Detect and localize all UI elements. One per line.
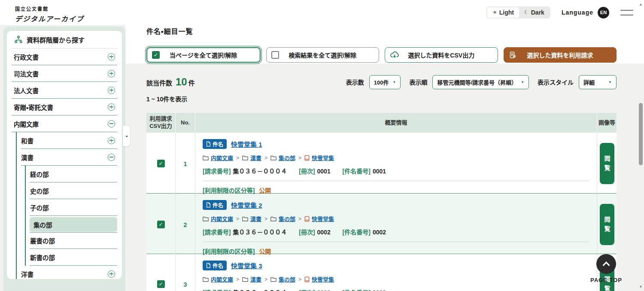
expand-plus-icon[interactable] [108, 53, 115, 61]
breadcrumb-link[interactable]: 漢書 [250, 275, 261, 283]
collapse-arrow-icon: ◂ [125, 134, 128, 138]
row-checkbox-checked[interactable]: ✓ [157, 160, 165, 167]
item-title-link[interactable]: 快雪堂集 2 [231, 200, 262, 209]
select-results-button[interactable]: 検索結果を全て選択/解除 [266, 47, 380, 63]
item-title-link[interactable]: 快雪堂集 1 [231, 139, 262, 149]
per-page-select[interactable]: 100件 ▼ [369, 75, 401, 89]
view-button[interactable]: 閲覧 [600, 204, 614, 245]
sidebar-item-kizou[interactable]: 寄贈・寄託文書 [12, 99, 117, 115]
table-header-row: 利用請求 CSV出力 No. 概要情報 画像等 [146, 113, 617, 133]
style-label: 表示スタイル [538, 78, 574, 86]
collapse-minus-icon[interactable] [108, 120, 115, 127]
sidebar-item-houjin[interactable]: 法人文書 [12, 82, 117, 99]
breadcrumb-link[interactable]: 集の部 [279, 215, 295, 223]
scrollbar[interactable]: ▲ ▼ [638, 0, 644, 291]
folder-icon [242, 216, 248, 221]
page-top-circle[interactable] [596, 254, 616, 274]
expand-plus-icon[interactable] [108, 70, 115, 77]
sidebar-item-kei[interactable]: 経の部 [30, 166, 117, 182]
hierarchy-panel-title: 資料群階層から探す [12, 31, 117, 48]
folder-icon [270, 277, 276, 282]
expand-plus-icon[interactable] [108, 87, 115, 94]
col-header-request: 利用請求 CSV出力 [146, 113, 176, 133]
results-table: 利用請求 CSV出力 No. 概要情報 画像等 ✓ 1 件名 快雪堂集 1 [146, 113, 617, 291]
folder-icon [242, 277, 248, 282]
table-row: ✓ 2 件名 快雪堂集 2 内閣文庫 > 漢書 > 集の部 > 快 [146, 193, 617, 254]
request-use-button[interactable]: 選択した資料を利用請求 [504, 47, 617, 63]
request-document-icon [509, 51, 516, 59]
kenmei-badge: 件名 [203, 261, 227, 270]
menu-icon[interactable] [620, 7, 633, 18]
hierarchy-title-label: 資料群階層から探す [27, 35, 85, 44]
theme-dark-button[interactable]: ☾ Dark [519, 7, 550, 18]
breadcrumb-link[interactable]: 内閣文庫 [211, 215, 233, 223]
select-page-button[interactable]: ✓ 当ページを全て選択/解除 [146, 47, 261, 63]
sidebar-item-shihou[interactable]: 司法文書 [12, 65, 117, 82]
document-icon [206, 263, 211, 268]
breadcrumb-link[interactable]: 漢書 [250, 154, 261, 162]
breadcrumb-link[interactable]: 内閣文庫 [211, 275, 233, 283]
breadcrumb: 内閣文庫 > 漢書 > 集の部 > 快雪堂集 [203, 275, 589, 283]
select-page-label: 当ページを全て選択/解除 [170, 51, 237, 59]
sidebar-item-naikaku[interactable]: 内閣文庫 [12, 115, 117, 132]
sidebar-item-washo[interactable]: 和書 [21, 132, 117, 149]
sidebar-item-shi[interactable]: 史の部 [30, 182, 117, 199]
display-options: 表示数 100件 ▼ 表示順 移管元機関等/請求番号（昇順） ▼ 表示スタイル … [346, 75, 617, 89]
expand-plus-icon[interactable] [108, 103, 115, 111]
checkbox-checked-icon[interactable]: ✓ [152, 51, 160, 59]
view-button[interactable]: 閲覧 [600, 143, 614, 184]
row-checkbox-checked[interactable]: ✓ [157, 221, 165, 228]
scrollbar-thumb[interactable] [639, 103, 643, 165]
result-range-text: 1 ~ 10件を表示 [146, 94, 617, 103]
language-switcher[interactable]: Language EN [562, 7, 609, 18]
sidebar-item-sousho[interactable]: 叢書の部 [30, 232, 117, 249]
restriction-status: 公開 [259, 187, 271, 194]
expand-plus-icon[interactable] [108, 137, 115, 144]
breadcrumb-link[interactable]: 集の部 [279, 154, 295, 162]
table-row: ✓ 3 件名 快雪堂集 3 内閣文庫 > 漢書 > 集の部 > 快 [146, 254, 617, 291]
breadcrumb-link[interactable]: 内閣文庫 [211, 154, 233, 162]
theme-light-label: Light [499, 9, 514, 16]
facet-sidebar: 資料群階層から探す 行政文書 司法文書 法人文書 寄贈・寄託文書 内閣文庫 和書 [3, 27, 125, 291]
row-number: 2 [183, 221, 187, 228]
breadcrumb-link[interactable]: 快雪堂集 [312, 215, 334, 223]
language-label: Language [562, 9, 593, 16]
language-en-badge[interactable]: EN [598, 7, 609, 18]
sidebar-item-shinobu[interactable]: 子の部 [30, 199, 117, 216]
folder-icon [242, 155, 248, 161]
page-top-button[interactable]: PAGE TOP [580, 254, 632, 283]
collapse-minus-icon[interactable] [108, 154, 115, 161]
row-checkbox-checked[interactable]: ✓ [157, 280, 165, 288]
site-logo[interactable]: 国立公文書館 デジタルアーカイブ [15, 5, 84, 24]
top-header: 国立公文書館 デジタルアーカイブ ☀ Light ☾ Dark Language… [0, 0, 644, 25]
scroll-up-icon[interactable]: ▲ [638, 2, 644, 6]
sort-select[interactable]: 移管元機関等/請求番号（昇順） ▼ [432, 75, 529, 89]
sidebar-item-gyousei[interactable]: 行政文書 [12, 48, 117, 65]
sidebar-item-yousho[interactable]: 洋書 [21, 266, 117, 279]
expand-plus-icon[interactable] [108, 270, 115, 278]
moon-icon: ☾ [524, 9, 529, 15]
theme-light-button[interactable]: ☀ Light [487, 7, 519, 18]
theme-toggle: ☀ Light ☾ Dark [486, 6, 550, 18]
breadcrumb-link[interactable]: 漢書 [250, 215, 261, 223]
item-title-link[interactable]: 快雪堂集 3 [231, 261, 262, 270]
page-title: 件名・細目一覧 [146, 26, 617, 36]
checkbox-unchecked-icon[interactable] [271, 51, 279, 59]
item-metadata: [請求番号]集０３６－０００４ [冊次]0003 [件名番号]0003 [203, 288, 589, 291]
sidebar-item-shu-selected[interactable]: 集の部 [30, 217, 117, 232]
breadcrumb-link[interactable]: 集の部 [279, 275, 295, 283]
book-icon [304, 216, 310, 222]
count-value: 10 [176, 76, 187, 88]
breadcrumb-link[interactable]: 快雪堂集 [312, 154, 334, 162]
breadcrumb-link[interactable]: 快雪堂集 [312, 275, 334, 283]
csv-export-button[interactable]: 選択した資料をCSV出力 [385, 47, 498, 63]
sidebar-collapse-handle[interactable]: ◂ [123, 126, 130, 146]
table-row: ✓ 1 件名 快雪堂集 1 内閣文庫 > 漢書 > 集の部 > 快 [146, 133, 617, 193]
scroll-down-icon[interactable]: ▼ [638, 285, 644, 289]
style-select[interactable]: 詳細 ▼ [579, 75, 617, 89]
book-icon [304, 276, 310, 282]
sidebar-item-shinsho[interactable]: 新書の部 [30, 249, 117, 266]
col-header-summary: 概要情報 [195, 113, 597, 133]
sidebar-item-kansho[interactable]: 漢書 [21, 149, 117, 166]
kansho-children-group: 経の部 史の部 子の部 集の部 叢書の部 新書の部 [25, 166, 117, 266]
